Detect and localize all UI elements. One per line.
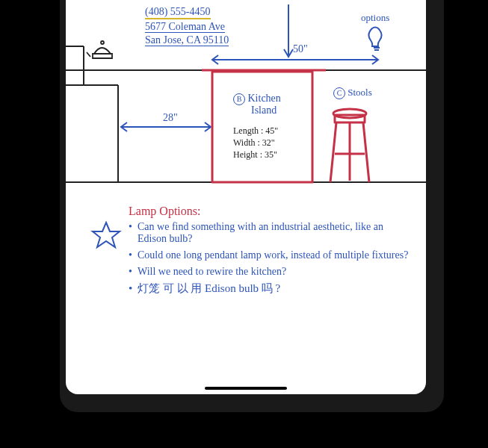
svg-rect-13 [212, 72, 312, 182]
home-indicator[interactable] [205, 387, 287, 390]
svg-point-6 [101, 41, 104, 44]
notes-list: • Can we find something with an industri… [129, 220, 413, 299]
notes-canvas[interactable]: (408) 555-4450 5677 Coleman Ave San Jose… [66, 0, 426, 394]
notes-heading: Lamp Options: [129, 205, 200, 218]
svg-line-17 [363, 122, 369, 182]
lightbulb-icon [368, 28, 381, 51]
list-item: • Will we need to rewire the kitchen? [129, 266, 413, 278]
list-item: • Could one long pendant lamp work, inst… [129, 249, 413, 261]
list-item: • Can we find something with an industri… [129, 221, 413, 245]
list-item: • 灯笼 可 以 用 Edison bulb 吗 ? [129, 282, 413, 294]
star-icon [93, 223, 120, 247]
svg-point-14 [333, 109, 366, 118]
ipad-device-frame: (408) 555-4450 5677 Coleman Ave San Jose… [60, 0, 444, 412]
svg-marker-20 [93, 223, 120, 247]
sketch-layer [66, 0, 426, 394]
svg-line-16 [330, 122, 336, 182]
